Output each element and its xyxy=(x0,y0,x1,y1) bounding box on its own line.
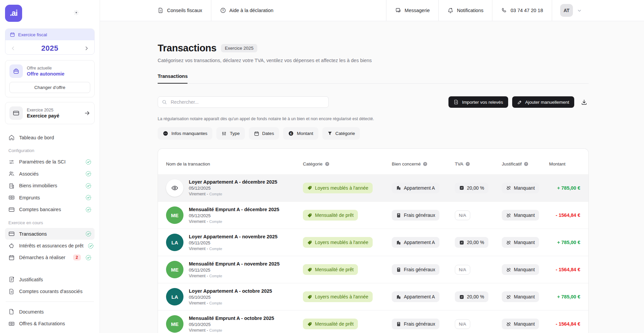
topbar-notifications[interactable]: Notifications xyxy=(439,0,492,21)
main-content: Transactions Exercice 2025 Catégorisez v… xyxy=(100,21,644,333)
table-row[interactable]: LA Loyer Appartement A - octobre 2025 05… xyxy=(158,283,588,310)
eye-icon[interactable] xyxy=(166,179,183,197)
table-row[interactable]: ME Mensualité Emprunt A - novembre 2025 … xyxy=(158,256,588,283)
tab-transactions[interactable]: Transactions xyxy=(158,74,187,84)
category-badge[interactable]: Mensualité de prêt xyxy=(303,210,358,221)
transaction-method: Virement - Compte xyxy=(189,192,277,196)
filter-label: Montant xyxy=(297,131,313,136)
sidebar-item-comptes-bancaires[interactable]: Comptes bancaires xyxy=(5,203,95,215)
add-manually-button[interactable]: Ajouter manuellement xyxy=(512,96,574,108)
topbar-aide-declaration[interactable]: Aide à la déclaration xyxy=(211,0,282,21)
info-icon[interactable] xyxy=(524,161,529,166)
transaction-name: Mensualité Emprunt A - décembre 2025 xyxy=(189,207,279,212)
paperclip-off-icon xyxy=(506,267,511,272)
sidebar-item-demarches[interactable]: Démarches à réaliser 2 xyxy=(5,252,95,264)
import-statements-button[interactable]: Importer vos relevés xyxy=(448,96,508,108)
topbar-messagerie[interactable]: Messagerie xyxy=(386,0,438,21)
receipt-missing-badge[interactable]: Manquant xyxy=(502,210,539,221)
fiscal-year-header: Exercice fiscal xyxy=(5,29,94,40)
topbar-phone[interactable]: 03 74 47 20 18 xyxy=(492,0,552,21)
topbar-conseils-fiscaux[interactable]: Conseils fiscaux xyxy=(158,0,211,21)
user-avatar[interactable]: AT xyxy=(560,4,573,17)
sidebar-item-biens-immobiliers[interactable]: Biens immobiliers xyxy=(5,180,95,191)
search-box xyxy=(158,96,329,108)
offer-card: Offre actuelle Offre autonomie Changer d… xyxy=(5,60,95,97)
check-circle-icon xyxy=(86,207,91,212)
table-row[interactable]: ME Mensualité Emprunt A - octobre 2025 0… xyxy=(158,310,588,333)
sidebar-item-comptes-courants[interactable]: Comptes courants d'associés xyxy=(5,286,95,297)
transaction-date: 05/10/2025 xyxy=(189,295,272,300)
sidebar-item-interets-assurances[interactable]: Intérêts et assurances de prêt xyxy=(5,240,95,251)
filter-montant[interactable]: Montant xyxy=(283,127,318,140)
receipt-missing-badge[interactable]: Manquant xyxy=(502,291,539,302)
receipt-missing-badge[interactable]: Manquant xyxy=(502,237,539,248)
transaction-name: Mensualité Emprunt A - octobre 2025 xyxy=(189,316,274,321)
paperclip-off-icon xyxy=(506,185,511,190)
tva-badge[interactable]: 20,00 % xyxy=(455,237,488,248)
app-logo[interactable]: .ai xyxy=(5,5,22,22)
transaction-amount: + 785,00 € xyxy=(549,240,580,245)
prev-year-chevron-icon[interactable] xyxy=(10,45,16,51)
filter-label: Type xyxy=(230,131,239,136)
exercise-status-card[interactable]: Exercice 2025 Exercice payé xyxy=(5,102,95,124)
property-badge[interactable]: Appartement A xyxy=(392,291,439,302)
info-icon[interactable] xyxy=(325,161,330,166)
sidebar-item-justificatifs[interactable]: Justificatifs xyxy=(5,274,95,285)
property-badge[interactable]: Frais généraux xyxy=(392,264,439,275)
transaction-amount: + 785,00 € xyxy=(549,294,580,299)
sidebar-item-label: Comptes bancaires xyxy=(19,207,61,212)
category-badge[interactable]: Loyers meublés à l'année xyxy=(303,291,373,302)
property-badge[interactable]: Appartement A xyxy=(392,183,439,193)
receipt-missing-badge[interactable]: Manquant xyxy=(502,264,539,275)
tva-badge[interactable]: 20,00 % xyxy=(455,183,488,193)
sidebar-item-documents[interactable]: Documents xyxy=(5,306,95,318)
receipt-missing-badge[interactable]: Manquant xyxy=(502,183,539,193)
table-row[interactable]: Loyer Appartement A - décembre 2025 05/1… xyxy=(158,174,588,201)
category-badge[interactable]: Loyers meublés à l'année xyxy=(303,237,373,248)
tva-badge[interactable]: 20,00 % xyxy=(455,291,488,302)
tva-badge[interactable]: N/A xyxy=(455,319,470,329)
sidebar-item-emprunts[interactable]: Emprunts xyxy=(5,192,95,203)
sidebar-item-offres-facturations[interactable]: Offres & Facturations xyxy=(5,318,95,330)
offer-box-icon xyxy=(9,64,23,78)
sliders-icon xyxy=(8,159,15,165)
info-icon[interactable] xyxy=(465,161,470,166)
sidebar-item-transactions[interactable]: Transactions xyxy=(5,228,95,240)
avatar: ME xyxy=(166,206,183,224)
table-row[interactable]: LA Loyer Appartement A - novembre 2025 0… xyxy=(158,229,588,256)
search-input[interactable] xyxy=(158,96,329,108)
sidebar-item-parametres-sci[interactable]: Paramètres de la SCI xyxy=(5,156,95,168)
property-badge[interactable]: Appartement A xyxy=(392,237,439,248)
export-download-button[interactable] xyxy=(580,98,589,107)
sidebar-item-associes[interactable]: Associés xyxy=(5,168,95,180)
filter-categorie[interactable]: Catégorie xyxy=(322,127,360,140)
sidebar-item-dashboard[interactable]: Tableau de bord xyxy=(5,132,95,143)
sidebar-item-label: Paramètres de la SCI xyxy=(19,159,66,164)
help-circle-icon xyxy=(220,7,226,13)
page-title: Transactions xyxy=(158,43,216,54)
filter-dates[interactable]: Dates xyxy=(249,127,279,140)
filter-label: Catégorie xyxy=(335,131,355,136)
change-offer-button[interactable]: Changer d'offre xyxy=(9,82,90,93)
property-badge[interactable]: Frais généraux xyxy=(392,210,439,221)
tva-badge[interactable]: N/A xyxy=(455,210,470,220)
topbar-item-label: Aide à la déclaration xyxy=(229,8,273,13)
table-row[interactable]: ME Mensualité Emprunt A - décembre 2025 … xyxy=(158,201,588,229)
theme-toggle-sun-icon[interactable] xyxy=(73,9,79,16)
tva-badge[interactable]: N/A xyxy=(455,265,470,275)
info-icon[interactable] xyxy=(423,161,428,166)
filter-infos-manquantes[interactable]: Infos manquantes xyxy=(158,127,212,140)
category-badge[interactable]: Mensualité de prêt xyxy=(303,264,358,275)
filter-type[interactable]: Type xyxy=(216,127,245,140)
category-badge[interactable]: Loyers meublés à l'année xyxy=(303,183,373,193)
piggy-bank-icon xyxy=(8,243,15,249)
receipt-missing-badge[interactable]: Manquant xyxy=(502,319,539,329)
transaction-method: Virement - Compte xyxy=(189,274,279,278)
download-icon xyxy=(581,99,587,105)
chevron-down-icon[interactable] xyxy=(577,8,582,13)
calculator-icon xyxy=(396,213,401,218)
category-badge[interactable]: Mensualité de prêt xyxy=(303,319,358,329)
sidebar-item-label: Justificatifs xyxy=(19,277,43,282)
property-badge[interactable]: Frais généraux xyxy=(392,319,439,329)
next-year-chevron-icon[interactable] xyxy=(84,45,90,51)
